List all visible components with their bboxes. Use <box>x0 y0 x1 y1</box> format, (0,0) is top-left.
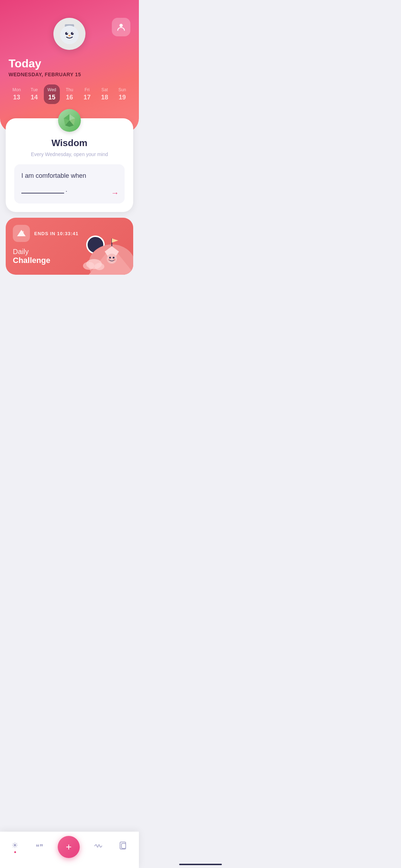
challenge-card[interactable]: ENDS IN 10:33:41 Daily Challenge <box>6 218 133 275</box>
day-sat-name: Sat <box>101 87 108 92</box>
wisdom-dot: . <box>66 186 67 193</box>
day-mon-num: 13 <box>13 94 20 101</box>
robot-avatar <box>53 18 85 50</box>
main-content: Wisdom Every Wednesday, open your mind I… <box>0 118 139 275</box>
day-sat-num: 18 <box>101 94 108 101</box>
challenge-icon-wrap <box>13 225 30 242</box>
svg-point-5 <box>67 32 68 33</box>
day-wed-name: Wed <box>47 87 56 92</box>
day-wed[interactable]: Wed 15 <box>44 84 60 104</box>
day-mon-name: Mon <box>12 87 21 92</box>
person-icon <box>116 22 126 32</box>
svg-point-19 <box>107 254 117 264</box>
day-wed-num: 15 <box>48 94 56 101</box>
leaf-svg <box>62 113 77 128</box>
day-thu[interactable]: Thu 16 <box>61 84 77 104</box>
svg-point-0 <box>119 24 123 27</box>
day-tue-num: 14 <box>31 94 38 101</box>
mountain-icon <box>16 228 26 238</box>
svg-point-15 <box>22 231 24 233</box>
day-fri-num: 17 <box>83 94 90 101</box>
wisdom-prompt-box[interactable]: I am comfortable when . → <box>14 164 125 203</box>
day-sun-num: 19 <box>119 94 126 101</box>
wisdom-card: Wisdom Every Wednesday, open your mind I… <box>6 118 133 212</box>
svg-point-22 <box>108 259 110 261</box>
day-fri[interactable]: Fri 17 <box>79 84 95 104</box>
day-fri-name: Fri <box>84 87 89 92</box>
svg-point-28 <box>94 263 104 270</box>
week-strip: Mon 13 Tue 14 Wed 15 Thu 16 Fri 17 Sat 1… <box>9 84 130 104</box>
day-thu-name: Thu <box>66 87 73 92</box>
date-label: WEDNESDAY, FEBRUARY 15 <box>9 72 130 77</box>
day-mon[interactable]: Mon 13 <box>9 84 25 104</box>
svg-marker-25 <box>112 238 118 243</box>
wisdom-icon <box>58 109 81 132</box>
svg-point-21 <box>113 257 115 259</box>
wisdom-prompt-text: I am comfortable when <box>21 171 118 180</box>
day-sun-name: Sun <box>119 87 126 92</box>
day-sun[interactable]: Sun 19 <box>114 84 130 104</box>
wisdom-underline <box>21 193 64 193</box>
day-thu-num: 16 <box>66 94 73 101</box>
wisdom-arrow-button[interactable]: → <box>111 188 119 198</box>
today-label: Today <box>9 57 130 70</box>
wisdom-subtitle: Every Wednesday, open your mind <box>14 151 125 157</box>
robot-face-svg <box>57 21 82 46</box>
svg-marker-14 <box>17 230 26 236</box>
wisdom-input-line: . <box>21 186 118 193</box>
wisdom-title: Wisdom <box>14 138 125 149</box>
profile-button[interactable] <box>112 18 130 36</box>
day-sat[interactable]: Sat 18 <box>97 84 113 104</box>
mountain-illustration <box>69 228 133 275</box>
svg-point-23 <box>114 259 116 261</box>
day-tue[interactable]: Tue 14 <box>26 84 42 104</box>
mountain-scene-svg <box>69 228 133 275</box>
svg-point-27 <box>83 262 94 270</box>
svg-point-7 <box>68 35 71 36</box>
svg-point-20 <box>109 257 111 259</box>
svg-point-6 <box>73 32 74 33</box>
day-tue-name: Tue <box>31 87 38 92</box>
